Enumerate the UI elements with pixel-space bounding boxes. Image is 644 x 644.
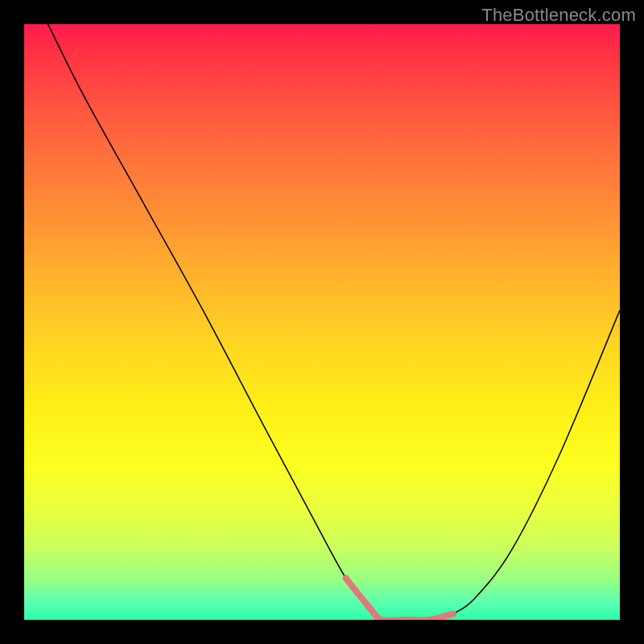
chart-plot-area: [24, 24, 620, 620]
bottleneck-curve-line: [48, 24, 620, 620]
optimal-band-marker-line: [346, 578, 453, 620]
attribution-text: TheBottleneck.com: [481, 5, 636, 26]
chart-svg: [24, 24, 620, 620]
